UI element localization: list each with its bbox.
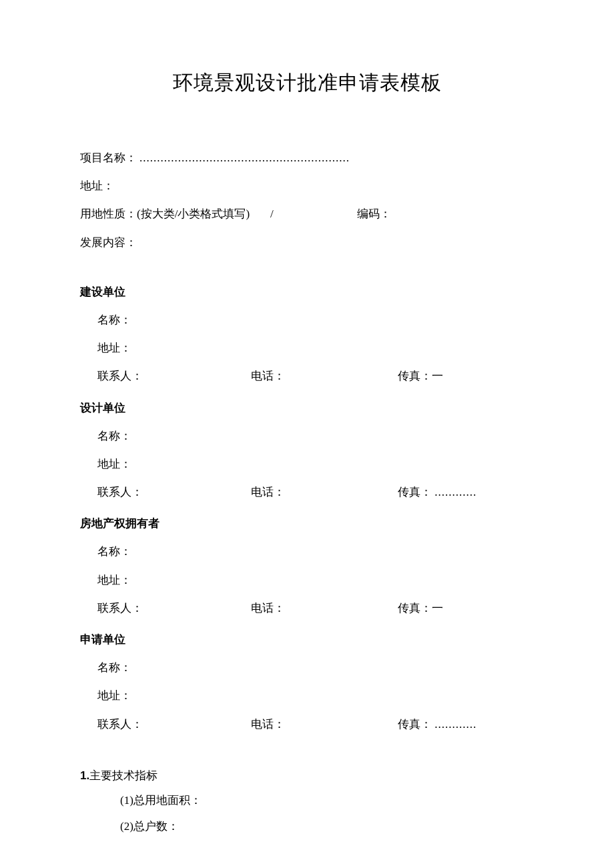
construction-name-label: 名称：: [97, 311, 131, 329]
construction-address-row: 地址：: [80, 339, 534, 357]
applicant-header: 申请单位: [80, 630, 534, 648]
code-label: 编码：: [357, 205, 391, 223]
owner-contact-row: 联系人： 电话： 传真：一: [80, 599, 534, 617]
design-unit-header: 设计单位: [80, 399, 534, 417]
design-contact-row: 联系人： 电话： 传真： ............: [80, 483, 534, 501]
dev-content-row: 发展内容：: [80, 234, 534, 252]
construction-phone-label: 电话：: [251, 367, 398, 385]
design-address-label: 地址：: [97, 455, 131, 473]
design-name-row: 名称：: [80, 427, 534, 445]
tech-title: 主要技术指标: [89, 769, 158, 782]
applicant-fax-text: 传真：: [398, 718, 432, 731]
design-address-row: 地址：: [80, 455, 534, 473]
address-row: 地址：: [80, 177, 534, 195]
land-use-label: 用地性质：(按大类/小类格式填写): [80, 205, 270, 223]
applicant-name-label: 名称：: [97, 659, 131, 677]
applicant-fax-dots: ............: [434, 718, 477, 731]
project-name-label: 项目名称：: [80, 149, 137, 167]
project-name-value: ........................................…: [139, 149, 350, 167]
applicant-contact-row: 联系人： 电话： 传真： ............: [80, 715, 534, 733]
construction-address-label: 地址：: [97, 339, 131, 357]
project-name-row: 项目名称： ..................................…: [80, 149, 534, 167]
applicant-fax-label: 传真： ............: [398, 715, 534, 733]
design-contact-label: 联系人：: [97, 483, 251, 501]
tech-item-2: (2)总户数：: [80, 817, 534, 835]
applicant-address-label: 地址：: [97, 687, 131, 705]
owner-name-row: 名称：: [80, 542, 534, 560]
applicant-contact-label: 联系人：: [97, 715, 251, 733]
document-title: 环境景观设计批准申请表模板: [80, 67, 534, 99]
construction-unit-header: 建设单位: [80, 283, 534, 301]
owner-contact-label: 联系人：: [97, 599, 251, 617]
tech-section: 1.主要技术指标 (1)总用地面积： (2)总户数：: [80, 767, 534, 836]
construction-name-row: 名称：: [80, 311, 534, 329]
owner-address-row: 地址：: [80, 571, 534, 589]
tech-header: 1.主要技术指标: [80, 767, 534, 785]
applicant-name-row: 名称：: [80, 659, 534, 677]
dev-content-label: 发展内容：: [80, 234, 137, 252]
design-name-label: 名称：: [97, 427, 131, 445]
address-label: 地址：: [80, 177, 114, 195]
construction-fax-label: 传真：一: [398, 367, 534, 385]
owner-phone-label: 电话：: [251, 599, 398, 617]
design-phone-label: 电话：: [251, 483, 398, 501]
applicant-address-row: 地址：: [80, 687, 534, 705]
design-fax-dots: ............: [434, 486, 477, 498]
construction-contact-row: 联系人： 电话： 传真：一: [80, 367, 534, 385]
construction-contact-label: 联系人：: [97, 367, 251, 385]
applicant-phone-label: 电话：: [251, 715, 398, 733]
owner-fax-label: 传真：一: [398, 599, 534, 617]
owner-name-label: 名称：: [97, 542, 131, 560]
tech-number: 1.: [80, 769, 89, 782]
owner-header: 房地产权拥有者: [80, 514, 534, 532]
land-use-slash: /: [270, 205, 357, 223]
design-fax-text: 传真：: [398, 486, 432, 498]
design-fax-label: 传真： ............: [398, 483, 534, 501]
land-use-row: 用地性质：(按大类/小类格式填写) / 编码：: [80, 205, 534, 223]
owner-address-label: 地址：: [97, 571, 131, 589]
tech-item-1: (1)总用地面积：: [80, 791, 534, 809]
